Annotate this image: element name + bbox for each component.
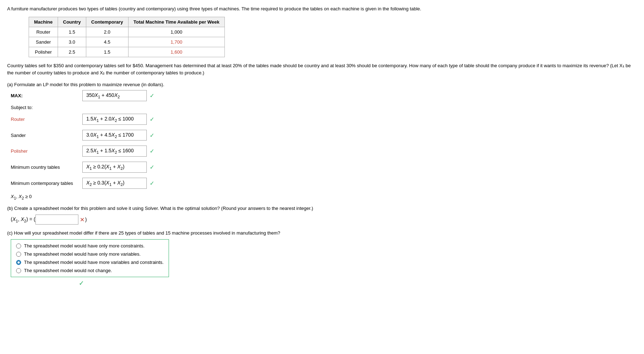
check-min-contemporary: ✓ [150,180,154,187]
radio-circle-3[interactable] [16,268,21,273]
radio-circle-1[interactable] [16,252,21,257]
constraint-formula-sander: 3.0X1 + 4.5X2 ≤ 1700 [82,130,147,141]
col-total: Total Machine Time Available per Week [128,17,224,27]
radio-circle-2[interactable] [16,260,21,265]
radio-circle-0[interactable] [16,244,21,249]
max-checkmark: ✓ [150,92,154,99]
part-a-label: (a) Formulate an LP model for this probl… [7,82,637,87]
part-b-prefix: (X1, X2) = ( [11,216,35,223]
contemporary-sander: 4.5 [86,37,128,47]
part-b-suffix: ) [85,217,87,222]
constraint-formula-polisher: 2.5X1 + 1.5X2 ≤ 1600 [82,146,147,157]
contemporary-polisher: 1.5 [86,47,128,57]
country-router: 1.5 [58,27,86,37]
col-country: Country [58,17,86,27]
answer-input[interactable] [35,215,78,225]
radio-label-1: The spreadsheet model would have only mo… [24,251,141,257]
constraint-name-router: Router [11,117,82,122]
contemporary-router: 2.0 [86,27,128,37]
constraint-name-polisher: Polisher [11,148,82,154]
max-formula: 350X1 + 450X2 [82,90,147,101]
check-min-country: ✓ [150,164,154,171]
check-polisher: ✓ [150,148,154,154]
data-table: Machine Country Contemporary Total Machi… [29,17,225,57]
country-polisher: 2.5 [58,47,86,57]
table-row: Router 1.5 2.0 1,000 [29,27,225,37]
max-row: MAX: 350X1 + 450X2 ✓ [11,90,637,101]
constraint-name-min-country: Minimum country tables [11,164,82,170]
check-part-c: ✓ [79,279,637,287]
constraint-sander: Sander 3.0X1 + 4.5X2 ≤ 1700 ✓ [11,130,637,141]
part-c-label: (c) How will your spreadsheet model diff… [7,230,637,236]
max-label: MAX: [11,93,82,98]
total-polisher: 1,600 [128,47,224,57]
red-x-icon: ✕ [80,216,84,223]
machine-polisher: Polisher [29,47,58,57]
table-row: Polisher 2.5 1.5 1,600 [29,47,225,57]
part-b-label: (b) Create a spreadsheet model for this … [7,206,637,211]
constraint-router: Router 1.5X1 + 2.0X2 ≤ 1000 ✓ [11,114,637,125]
radio-label-3: The spreadsheet model would not change. [24,268,112,273]
machine-sander: Sander [29,37,58,47]
constraint-name-min-contemporary: Minimum contemporary tables [11,181,82,186]
constraint-formula-min-contemporary: X2 ≥ 0.3(X1 + X2) [82,178,147,189]
radio-label-2: The spreadsheet model would have more va… [24,260,164,265]
constraint-min-country: Minimum country tables X1 ≥ 0.2(X1 + X2)… [11,162,637,173]
machine-router: Router [29,27,58,37]
radio-option-0[interactable]: The spreadsheet model would have only mo… [16,243,164,249]
col-contemporary: Contemporary [86,17,128,27]
description-text: Country tables sell for $350 and contemp… [7,62,637,77]
radio-options-box: The spreadsheet model would have only mo… [11,239,169,277]
total-sander: 1,700 [128,37,224,47]
constraint-formula-router: 1.5X1 + 2.0X2 ≤ 1000 [82,114,147,125]
total-router: 1,000 [128,27,224,37]
radio-label-0: The spreadsheet model would have only mo… [24,243,145,249]
intro-text: A furniture manufacturer produces two ty… [7,5,637,13]
constraint-polisher: Polisher 2.5X1 + 1.5X2 ≤ 1600 ✓ [11,146,637,157]
subject-to-label: Subject to: [11,105,637,110]
check-router: ✓ [150,116,154,123]
table-row: Sander 3.0 4.5 1,700 [29,37,225,47]
nonnegativity: X1, X2 ≥ 0 [11,194,637,200]
constraint-name-sander: Sander [11,133,82,138]
constraint-formula-min-country: X1 ≥ 0.2(X1 + X2) [82,162,147,173]
constraint-min-contemporary: Minimum contemporary tables X2 ≥ 0.3(X1 … [11,178,637,189]
check-sander: ✓ [150,132,154,139]
country-sander: 3.0 [58,37,86,47]
col-machine: Machine [29,17,58,27]
part-b-row: (X1, X2) = ( ✕ ) [11,215,637,225]
radio-option-2[interactable]: The spreadsheet model would have more va… [16,260,164,265]
radio-option-3[interactable]: The spreadsheet model would not change. [16,268,164,273]
radio-option-1[interactable]: The spreadsheet model would have only mo… [16,251,164,257]
